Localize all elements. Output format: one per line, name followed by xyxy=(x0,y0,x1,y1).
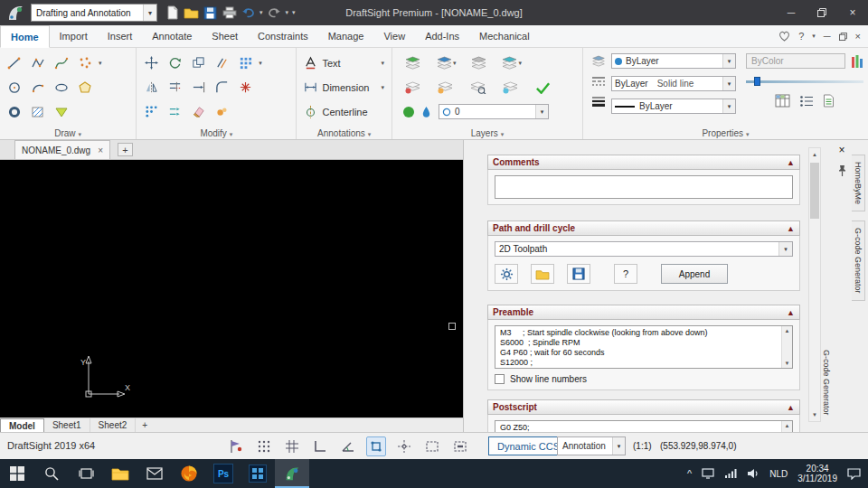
tab-mechanical[interactable]: Mechanical xyxy=(469,25,540,47)
group-label-layers[interactable]: Layers▾ xyxy=(392,128,582,138)
language-indicator[interactable]: NLD xyxy=(769,469,788,479)
auto-hide-pin-icon[interactable] xyxy=(837,164,847,177)
preamble-code-editor[interactable]: M3 ; Start spindle clockwise (looking fr… xyxy=(495,325,793,369)
offset-tool[interactable] xyxy=(212,53,231,73)
preamble-section-header[interactable]: Preamble ▲ xyxy=(487,305,800,320)
move-tool[interactable] xyxy=(141,53,161,73)
isolate-layer-button[interactable] xyxy=(468,78,488,98)
network-icon[interactable] xyxy=(724,468,737,479)
doc-close-icon[interactable]: × xyxy=(855,31,861,42)
collapse-icon[interactable]: ▲ xyxy=(787,158,795,167)
file-explorer-icon[interactable] xyxy=(103,459,137,488)
linecolor-combo[interactable]: ByLayer ▾ xyxy=(611,53,736,69)
scroll-down-icon[interactable]: ▼ xyxy=(809,408,820,421)
workspace-selector[interactable]: Drafting and Annotation ▾ xyxy=(31,4,157,22)
tab-sheet[interactable]: Sheet xyxy=(202,25,248,47)
layer-tools-button[interactable]: ▾ xyxy=(501,53,522,73)
new-document-tab-button[interactable]: + xyxy=(118,143,133,156)
tab-import[interactable]: Import xyxy=(50,25,98,47)
palette-tab-homebyme[interactable]: HomeByMe xyxy=(852,155,865,211)
toolpath-select[interactable]: 2D Toolpath ▾ xyxy=(495,241,793,257)
document-tab-close-icon[interactable]: × xyxy=(98,145,103,155)
document-tab[interactable]: NONAME_0.dwg × xyxy=(14,140,110,159)
stretch-tool[interactable] xyxy=(165,102,184,122)
tab-view[interactable]: View xyxy=(373,25,415,47)
preamble-scrollbar[interactable]: ▲ ▼ xyxy=(781,326,792,368)
match-properties-icon[interactable] xyxy=(591,55,606,67)
sheet-tab-sheet2[interactable]: Sheet2 xyxy=(90,418,137,432)
postscript-code-editor[interactable]: G0 Z50; ▲ xyxy=(495,420,793,432)
spline-tool[interactable] xyxy=(52,53,71,73)
scroll-up-icon[interactable]: ▲ xyxy=(785,326,790,335)
circle-tool[interactable] xyxy=(5,78,24,98)
window-close-button[interactable]: × xyxy=(837,0,868,25)
help-dropdown-icon[interactable]: ▾ xyxy=(812,33,816,40)
green-check-icon[interactable] xyxy=(533,78,553,98)
rotate-tool[interactable] xyxy=(165,53,184,73)
firefox-icon[interactable] xyxy=(172,459,206,488)
group-label-properties[interactable]: Properties▾ xyxy=(583,128,868,138)
scrollbar-thumb[interactable] xyxy=(810,163,819,219)
color-gradient-slider[interactable] xyxy=(746,75,863,88)
polygon-tool[interactable] xyxy=(75,78,95,98)
scroll-up-icon[interactable]: ▲ xyxy=(785,421,790,430)
centerline-tool[interactable]: Centerline xyxy=(301,99,387,124)
ortho-toggle[interactable] xyxy=(310,436,330,456)
collapse-icon[interactable]: ▲ xyxy=(787,308,795,317)
linestyle-combo[interactable]: ByLayer Solid line ▾ xyxy=(611,76,736,91)
group-label-annotations[interactable]: Annotations▾ xyxy=(297,128,392,138)
volume-icon[interactable] xyxy=(747,468,760,479)
app-icon-grid[interactable] xyxy=(241,459,275,488)
annotation-dropdown-icon[interactable]: ▾ xyxy=(612,437,625,455)
weld-tool[interactable] xyxy=(212,102,231,122)
etrack-toggle[interactable] xyxy=(394,436,414,456)
undo-button[interactable] xyxy=(239,3,258,23)
layers-manager-button[interactable] xyxy=(403,53,423,73)
append-button[interactable]: Append xyxy=(661,264,728,284)
help-button[interactable]: ? xyxy=(614,264,637,284)
toolpath-settings-button[interactable] xyxy=(495,264,518,284)
qat-customize-icon[interactable]: ▾ xyxy=(292,9,296,16)
esnap-toggle[interactable] xyxy=(366,436,386,456)
tab-constraints[interactable]: Constraints xyxy=(248,25,318,47)
group-label-modify[interactable]: Modify▾ xyxy=(137,128,296,138)
polyline-tool[interactable] xyxy=(28,53,48,73)
fillet-tool[interactable] xyxy=(212,78,231,98)
draw-flyout-icon[interactable]: ▾ xyxy=(99,60,102,67)
postscript-section-header[interactable]: Postscript ▲ xyxy=(487,399,800,415)
action-center-icon[interactable] xyxy=(847,468,861,480)
taskbar-clock[interactable]: 20:34 3/11/2019 xyxy=(797,464,837,483)
lineweight-combo[interactable]: ByLayer ▾ xyxy=(611,99,736,114)
collapse-icon[interactable]: ▲ xyxy=(787,224,795,233)
list-icon[interactable] xyxy=(799,95,814,108)
open-toolpath-button[interactable] xyxy=(531,264,554,284)
print-button[interactable] xyxy=(220,3,239,23)
linestyle-dropdown-icon[interactable]: ▾ xyxy=(722,77,735,90)
lineweight-icon[interactable] xyxy=(591,96,606,107)
undo-dropdown-icon[interactable]: ▾ xyxy=(259,9,263,16)
redo-dropdown-icon[interactable]: ▾ xyxy=(286,9,289,16)
pattern-tool[interactable] xyxy=(235,53,255,73)
explode-tool[interactable] xyxy=(235,78,255,98)
linecolor-dropdown-icon[interactable]: ▾ xyxy=(722,54,735,68)
tray-pc-icon[interactable] xyxy=(702,468,714,479)
copy-tool[interactable] xyxy=(188,53,208,73)
chevron-down-icon[interactable]: ▾ xyxy=(143,5,156,21)
transparency-droplet-icon[interactable] xyxy=(421,106,431,118)
array-tool[interactable] xyxy=(141,102,161,122)
text-tool[interactable]: Text ▾ xyxy=(301,51,387,75)
entity-snap-indicator-icon[interactable] xyxy=(226,436,246,456)
panel-scrollbar[interactable]: ▲ ▼ xyxy=(808,147,821,422)
panel-close-icon[interactable]: × xyxy=(838,144,844,156)
save-button[interactable] xyxy=(201,3,220,23)
window-restore-button[interactable] xyxy=(807,0,837,25)
open-file-button[interactable] xyxy=(182,3,201,23)
collapse-icon[interactable]: ▲ xyxy=(787,403,795,412)
trim-tool[interactable] xyxy=(165,78,184,98)
comments-input[interactable] xyxy=(495,175,793,199)
mail-icon[interactable] xyxy=(137,459,172,488)
tab-manage[interactable]: Manage xyxy=(318,25,374,47)
dimension-dropdown-icon[interactable]: ▾ xyxy=(381,84,384,91)
toolpath-dropdown-icon[interactable]: ▾ xyxy=(778,242,792,256)
layer-preview-button[interactable] xyxy=(468,53,488,73)
